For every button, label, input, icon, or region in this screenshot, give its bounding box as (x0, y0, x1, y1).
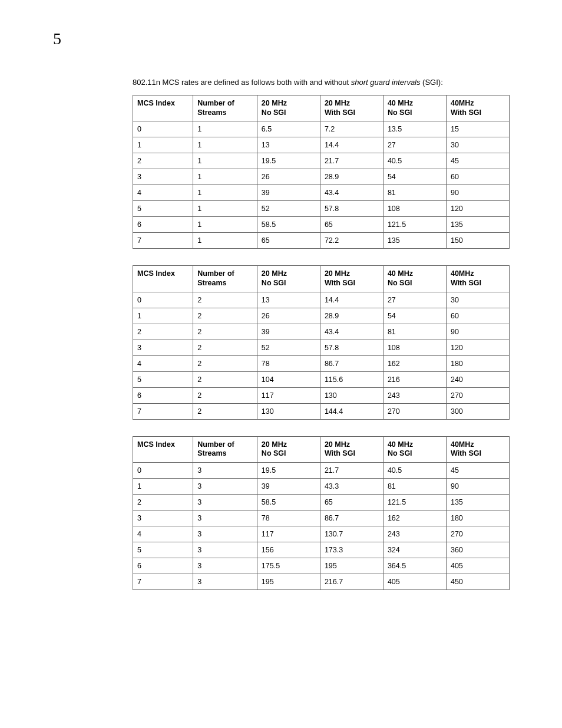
table-cell: 58.5 (257, 217, 320, 233)
table-cell: 270 (446, 387, 509, 403)
table-cell: 2 (133, 324, 193, 340)
table-cell: 5 (133, 371, 193, 387)
table-cell: 57.8 (320, 340, 383, 355)
table-header-row: MCS IndexNumber of Streams20 MHzNo SGI20… (133, 436, 510, 462)
table-cell: 27 (383, 137, 446, 153)
col-header-line2: No SGI (388, 449, 412, 457)
col-header-line1: Number of Streams (197, 269, 234, 287)
table-cell: 78 (257, 355, 320, 371)
col-header: 40 MHzNo SGI (383, 95, 446, 121)
table-row: 122628.95460 (133, 308, 510, 324)
col-header-line2: No SGI (262, 108, 286, 117)
col-header-line2: With SGI (451, 449, 481, 457)
table-cell: 2 (193, 387, 257, 403)
col-header: 20 MHzWith SGI (320, 436, 383, 462)
table-cell: 121.5 (383, 217, 446, 233)
tables-container: MCS IndexNumber of Streams20 MHzNo SGI20… (53, 95, 527, 590)
table-cell: 1 (193, 201, 257, 217)
intro-emphasis: short guard intervals (351, 78, 421, 87)
table-cell: 3 (193, 494, 257, 510)
table-cell: 30 (446, 292, 509, 308)
table-cell: 115.6 (320, 371, 383, 387)
table-cell: 2 (193, 292, 257, 308)
table-cell: 26 (257, 169, 320, 185)
table-cell: 1 (133, 478, 193, 494)
col-header: MCS Index (133, 95, 193, 121)
table-cell: 1 (133, 308, 193, 324)
table-header-row: MCS IndexNumber of Streams20 MHzNo SGI20… (133, 266, 510, 292)
table-cell: 19.5 (257, 153, 320, 169)
table-cell: 270 (446, 526, 509, 542)
table-cell: 1 (193, 153, 257, 169)
table-cell: 0 (133, 292, 193, 308)
table-cell: 45 (446, 153, 509, 169)
table-row: 413943.48190 (133, 185, 510, 201)
col-header: 20 MHzNo SGI (257, 95, 320, 121)
table-row: 223943.48190 (133, 324, 510, 340)
col-header: Number of Streams (193, 95, 257, 121)
table-cell: 1 (193, 121, 257, 137)
table-cell: 2 (193, 340, 257, 355)
table-row: 337886.7162180 (133, 510, 510, 526)
table-cell: 364.5 (383, 558, 446, 574)
table-row: 016.57.213.515 (133, 121, 510, 137)
table-cell: 7 (133, 233, 193, 249)
table-cell: 3 (193, 462, 257, 478)
table-cell: 108 (383, 340, 446, 355)
col-header: MCS Index (133, 266, 193, 292)
table-cell: 162 (383, 510, 446, 526)
col-header: MCS Index (133, 436, 193, 462)
table-cell: 27 (383, 292, 446, 308)
table-cell: 108 (383, 201, 446, 217)
table-cell: 81 (383, 478, 446, 494)
table-row: 2358.565121.5135 (133, 494, 510, 510)
table-cell: 180 (446, 510, 509, 526)
col-header-line1: MCS Index (137, 99, 175, 107)
table-cell: 81 (383, 324, 446, 340)
table-cell: 65 (320, 217, 383, 233)
table-cell: 3 (193, 478, 257, 494)
table-cell: 43.3 (320, 478, 383, 494)
table-cell: 3 (193, 542, 257, 558)
table-cell: 30 (446, 137, 509, 153)
col-header-line1: Number of Streams (197, 99, 234, 117)
table-cell: 7 (133, 574, 193, 589)
table-cell: 2 (193, 324, 257, 340)
table-cell: 121.5 (383, 494, 446, 510)
col-header-line2: No SGI (388, 279, 412, 287)
table-row: 43117130.7243270 (133, 526, 510, 542)
col-header-line1: 20 MHz (262, 269, 287, 278)
table-cell: 90 (446, 324, 509, 340)
table-cell: 104 (257, 371, 320, 387)
table-cell: 450 (446, 574, 509, 589)
table-cell: 0 (133, 121, 193, 137)
table-row: 2119.521.740.545 (133, 153, 510, 169)
table-cell: 72.2 (320, 233, 383, 249)
table-cell: 117 (257, 526, 320, 542)
col-header-line1: MCS Index (137, 440, 175, 449)
table-cell: 60 (446, 169, 509, 185)
table-cell: 195 (320, 558, 383, 574)
col-header: 20 MHzNo SGI (257, 266, 320, 292)
table-row: 515257.8108120 (133, 201, 510, 217)
table-cell: 65 (257, 233, 320, 249)
intro-prefix: 802.11n MCS rates are defined as follows… (133, 78, 351, 87)
table-cell: 21.7 (320, 462, 383, 478)
table-cell: 3 (193, 558, 257, 574)
table-cell: 19.5 (257, 462, 320, 478)
table-cell: 5 (133, 201, 193, 217)
col-header-line2: With SGI (451, 279, 481, 287)
col-header-line1: 40 MHz (388, 440, 413, 449)
table-cell: 1 (193, 217, 257, 233)
table-cell: 162 (383, 355, 446, 371)
table-cell: 7.2 (320, 121, 383, 137)
table-cell: 90 (446, 185, 509, 201)
table-cell: 180 (446, 355, 509, 371)
table-cell: 173.3 (320, 542, 383, 558)
table-cell: 86.7 (320, 510, 383, 526)
col-header-line1: MCS Index (137, 269, 175, 278)
col-header: 40MHzWith SGI (446, 266, 509, 292)
table-cell: 195 (257, 574, 320, 589)
intro-text: 802.11n MCS rates are defined as follows… (133, 78, 527, 87)
col-header-line1: 20 MHz (325, 99, 350, 107)
